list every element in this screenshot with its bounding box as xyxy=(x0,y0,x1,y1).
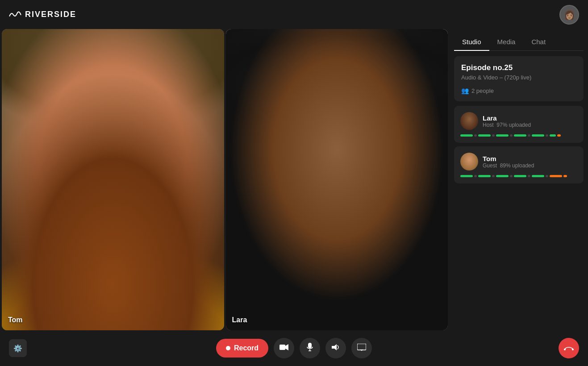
mic-button[interactable] xyxy=(300,338,320,358)
svg-rect-0 xyxy=(279,345,285,350)
toolbar-left: ⚙️ xyxy=(9,339,27,357)
logo-text: RIVERSIDE xyxy=(25,10,76,19)
tab-media[interactable]: Media xyxy=(489,34,524,51)
record-dot-icon xyxy=(226,346,230,350)
participant-info-tom: Tom Guest 89% uploaded xyxy=(483,155,577,169)
tom-video xyxy=(2,29,224,330)
settings-button[interactable]: ⚙️ xyxy=(9,339,27,357)
record-label: Record xyxy=(234,344,259,352)
svg-marker-5 xyxy=(332,344,337,350)
user-avatar[interactable]: 👩🏽 xyxy=(559,5,579,25)
mic-icon xyxy=(307,343,313,354)
camera-icon xyxy=(279,344,288,353)
logo: RIVERSIDE xyxy=(9,10,76,19)
sidebar: Studio Media Chat Episode no.25 Audio & … xyxy=(450,29,588,330)
people-count: 👥 2 people xyxy=(461,87,576,94)
participant-info-lara: Lara Host 97% uploaded xyxy=(483,114,577,128)
volume-icon xyxy=(331,343,340,354)
screen-icon xyxy=(357,344,366,353)
episode-subtitle: Audio & Video – (720p live) xyxy=(461,74,576,81)
gear-icon: ⚙️ xyxy=(13,344,22,353)
main-content: Tom Lara Studio Media Chat Episode no.25… xyxy=(0,29,588,330)
upload-bar-lara xyxy=(460,134,577,137)
tab-chat[interactable]: Chat xyxy=(523,34,554,51)
header: RIVERSIDE 👩🏽 xyxy=(0,0,588,29)
lara-video xyxy=(226,29,448,330)
svg-rect-6 xyxy=(357,344,366,350)
toolbar-right xyxy=(559,338,579,358)
tom-name-tag: Tom xyxy=(8,316,23,324)
participant-name-lara: Lara xyxy=(483,114,577,122)
upload-bar-tom xyxy=(460,175,577,177)
volume-button[interactable] xyxy=(325,338,346,358)
lara-name-tag: Lara xyxy=(232,316,247,324)
participant-header-tom: Tom Guest 89% uploaded xyxy=(460,153,577,171)
camera-button[interactable] xyxy=(274,338,294,358)
episode-title: Episode no.25 xyxy=(461,63,576,72)
avatar-lara xyxy=(460,112,478,130)
video-tile-tom: Tom xyxy=(2,29,224,330)
tab-bar: Studio Media Chat xyxy=(454,29,584,51)
video-area: Tom Lara xyxy=(0,29,450,330)
tab-studio[interactable]: Studio xyxy=(454,34,489,51)
video-tile-lara: Lara xyxy=(226,29,448,330)
participant-name-tom: Tom xyxy=(483,155,577,162)
participant-role-lara: Host 97% uploaded xyxy=(483,122,577,128)
participant-header-lara: Lara Host 97% uploaded xyxy=(460,112,577,130)
screen-share-button[interactable] xyxy=(351,338,372,358)
end-call-icon xyxy=(564,344,574,353)
people-icon: 👥 xyxy=(461,87,469,94)
participant-role-tom: Guest 89% uploaded xyxy=(483,162,577,169)
end-call-button[interactable] xyxy=(559,338,579,358)
studio-panel: Episode no.25 Audio & Video – (720p live… xyxy=(454,56,584,101)
svg-rect-2 xyxy=(308,343,312,348)
people-count-label: 2 people xyxy=(471,87,494,94)
avatar-tom xyxy=(460,153,478,171)
toolbar: ⚙️ Record xyxy=(0,330,588,366)
record-button[interactable]: Record xyxy=(216,339,268,358)
participant-card-lara: Lara Host 97% uploaded xyxy=(454,106,584,143)
participant-card-tom: Tom Guest 89% uploaded xyxy=(454,146,584,183)
wave-icon xyxy=(9,10,21,19)
svg-marker-1 xyxy=(285,344,288,350)
